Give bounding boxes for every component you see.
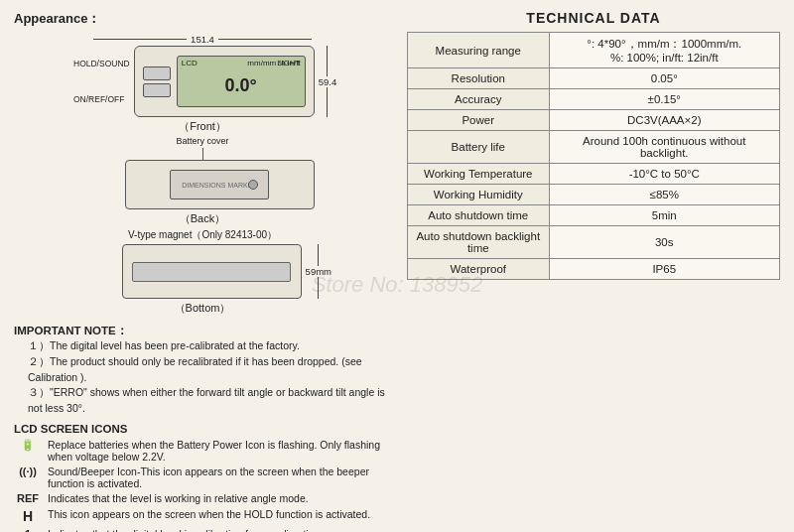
magnet-shape <box>132 262 291 282</box>
tech-table-body: Measuring range°: 4*90°，mm/m：1000mm/m. %… <box>408 33 780 280</box>
icon-row-battery: 🔋 Replace batteries when the Battery Pow… <box>14 439 391 463</box>
cal1-icon-desc: Indicates that the digital level is cali… <box>48 528 323 532</box>
tech-label-1: Resolution <box>408 68 550 89</box>
tech-value-3: DC3V(AAA×2) <box>549 110 780 131</box>
lcd-display: 0.0° <box>225 75 257 96</box>
tech-label-8: Auto shutdown backlight time <box>408 226 550 259</box>
tech-row-2: Accuracy±0.15° <box>408 89 780 110</box>
tech-value-7: 5min <box>549 205 780 226</box>
hold-icon-desc: This icon appears on the screen when the… <box>48 508 370 520</box>
lcd-icons-section: LCD SCREEN ICONS 🔋 Replace batteries whe… <box>14 423 391 532</box>
back-device: DIMENSIONS MARKED <box>125 160 315 209</box>
tech-row-5: Working Temperature-10°C to 50°C <box>408 164 780 185</box>
tech-label-4: Battery life <box>408 131 550 164</box>
light-label: LIGHT <box>277 59 301 67</box>
vert-dim: 59.4 <box>319 46 337 117</box>
note-item-1: １）The digital level has been pre-calibra… <box>28 338 391 354</box>
hold-button[interactable] <box>143 66 171 80</box>
horiz-dim-right-line <box>218 39 312 40</box>
battery-text: DIMENSIONS MARKED <box>182 182 257 189</box>
device-buttons <box>143 66 171 97</box>
tech-table: Measuring range°: 4*90°，mm/m：1000mm/m. %… <box>407 32 780 280</box>
main-layout: Appearance： 151.4 HOLD/SOUND ON/REF/OFF <box>14 10 780 532</box>
bottom-caption: （Bottom） <box>73 301 331 316</box>
battery-cover-wrapper: Battery cover <box>73 136 331 146</box>
sound-icon: ((·)) <box>14 466 42 478</box>
front-wrapper: 151.4 HOLD/SOUND ON/REF/OFF <box>73 34 331 134</box>
hold-sound-label: HOLD/SOUND <box>73 59 130 68</box>
icon-rows: 🔋 Replace batteries when the Battery Pow… <box>14 439 391 532</box>
tech-value-1: 0.05° <box>549 68 780 89</box>
ref-icon: REF <box>14 492 42 505</box>
ref-icon-desc: Indicates that the level is working in r… <box>48 492 309 504</box>
hold-icon: H <box>14 508 42 525</box>
lcd-area: LCD mm/mm % in/ft LIGHT 0.0° <box>177 56 306 107</box>
vmagnet-label: V-type magnet（Only 82413-00） <box>14 228 391 242</box>
right-panel: TECHNICAL DATA Measuring range°: 4*90°，m… <box>407 10 780 532</box>
note-title: IMPORTANT NOTE： <box>14 325 128 336</box>
tech-row-4: Battery lifeAround 100h continuous witho… <box>408 131 780 164</box>
horiz-dim-left-line <box>93 39 187 40</box>
tech-label-9: Waterproof <box>408 259 550 280</box>
tech-row-7: Auto shutdown time5min <box>408 205 780 226</box>
note-list: １）The digital level has been pre-calibra… <box>28 338 391 417</box>
tech-value-2: ±0.15° <box>549 89 780 110</box>
battery-box: DIMENSIONS MARKED <box>170 170 269 200</box>
tech-value-9: IP65 <box>549 259 780 280</box>
tech-label-2: Accuracy <box>408 89 550 110</box>
bottom-vert-dim: 59mm <box>306 244 331 299</box>
tech-value-5: -10°C to 50°C <box>549 164 780 185</box>
tech-value-0: °: 4*90°，mm/m：1000mm/m. %: 100%; in/ft: … <box>549 33 780 68</box>
bottom-height-dim: 59mm <box>306 266 331 277</box>
battery-icon: 🔋 <box>14 439 42 452</box>
height-front-dim: 59.4 <box>319 76 337 87</box>
tech-row-1: Resolution0.05° <box>408 68 780 89</box>
tech-label-5: Working Temperature <box>408 164 550 185</box>
tech-value-4: Around 100h continuous without backlight… <box>549 131 780 164</box>
tech-label-0: Measuring range <box>408 33 550 68</box>
tech-row-9: WaterproofIP65 <box>408 259 780 280</box>
front-device: LCD mm/mm % in/ft LIGHT 0.0° <box>134 46 315 117</box>
icon-row-sound: ((·)) Sound/Beeper Icon-This icon appear… <box>14 466 391 489</box>
icon-row-cal1: -1- Indicates that the digital level is … <box>14 528 391 532</box>
note-item-2: ２）The product should only be recalibrate… <box>28 354 391 386</box>
sound-icon-desc: Sound/Beeper Icon-This icon appears on t… <box>48 466 391 489</box>
tech-label-7: Auto shutdown time <box>408 205 550 226</box>
bottom-device <box>122 244 301 299</box>
cal1-icon: -1- <box>14 528 42 532</box>
icon-row-hold: H This icon appears on the screen when t… <box>14 508 391 525</box>
battery-cover-label: Battery cover <box>176 136 228 146</box>
back-wrapper: Battery cover DIMENSIONS MARKED （Back） <box>73 136 331 226</box>
battery-icon-desc: Replace batteries when the Battery Power… <box>48 439 391 463</box>
horiz-dim-wrapper: 151.4 <box>93 34 312 45</box>
tech-row-3: PowerDC3V(AAA×2) <box>408 110 780 131</box>
battery-screw <box>248 180 258 190</box>
left-panel: Appearance： 151.4 HOLD/SOUND ON/REF/OFF <box>14 10 391 532</box>
tech-label-3: Power <box>408 110 550 131</box>
bottom-wrapper: 59mm （Bottom） <box>73 244 331 316</box>
lcd-label: LCD <box>182 59 198 67</box>
front-caption: （Front） <box>73 119 331 134</box>
tech-value-6: ≤85% <box>549 185 780 205</box>
on-button[interactable] <box>143 83 171 97</box>
tech-row-8: Auto shutdown backlight time30s <box>408 226 780 259</box>
page-wrapper: Store No: 138952 Appearance： 151.4 HOLD/… <box>14 10 780 532</box>
lcd-icons-title: LCD SCREEN ICONS <box>14 423 391 435</box>
appearance-title: Appearance： <box>14 10 391 28</box>
back-caption: （Back） <box>73 211 331 226</box>
tech-value-8: 30s <box>549 226 780 259</box>
tech-row-0: Measuring range°: 4*90°，mm/m：1000mm/m. %… <box>408 33 780 68</box>
tech-label-6: Working Humidity <box>408 185 550 205</box>
on-ref-off-label: ON/REF/OFF <box>73 94 130 104</box>
tech-row-6: Working Humidity≤85% <box>408 185 780 205</box>
note-section: IMPORTANT NOTE： １）The digital level has … <box>14 324 391 417</box>
width-dimension: 151.4 <box>187 34 218 45</box>
tech-title: TECHNICAL DATA <box>407 10 780 26</box>
note-item-3: ３）"ERRO" shows when either the forward t… <box>28 385 391 417</box>
icon-row-ref: REF Indicates that the level is working … <box>14 492 391 505</box>
left-labels: HOLD/SOUND ON/REF/OFF <box>73 46 130 117</box>
